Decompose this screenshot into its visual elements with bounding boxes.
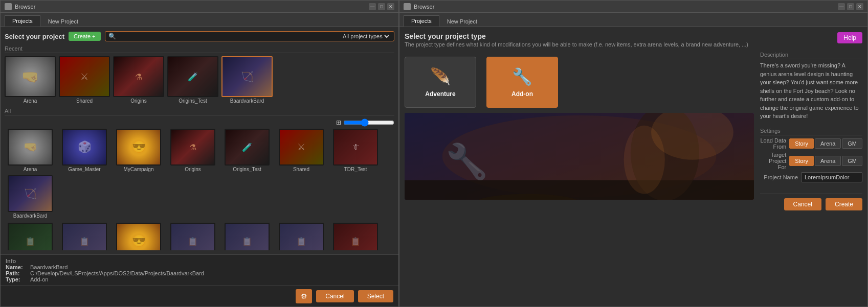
recent-tile-baardvark-label: BaardvarkBard bbox=[230, 98, 264, 104]
svg-rect-2 bbox=[405, 180, 754, 200]
all-tile-origins2-label: Origins bbox=[185, 167, 201, 172]
recent-tile-shared-label: Shared bbox=[76, 98, 93, 104]
type-tile-addon[interactable]: 🔧 Add-on bbox=[486, 57, 558, 108]
left-app-icon bbox=[5, 3, 12, 10]
preview-svg: 🔧 bbox=[405, 113, 754, 200]
all-tile-myaddon[interactable]: 😎 MyAddon bbox=[113, 223, 164, 250]
size-slider[interactable] bbox=[343, 119, 394, 127]
search-icon: 🔍 bbox=[108, 33, 116, 40]
right-header-text: Select your project type The project typ… bbox=[405, 32, 748, 48]
load-gm-button[interactable]: GM bbox=[842, 138, 862, 149]
create-button[interactable]: Create + bbox=[69, 32, 101, 41]
left-select-button[interactable]: Select bbox=[358, 290, 393, 302]
all-tile-story-gm[interactable]: 📋 Story_To_GM bbox=[221, 223, 273, 250]
left-content: Select your project Create + 🔍 All proje… bbox=[1, 27, 398, 254]
all-projects-row2: 📋 FiveSwords 📋 FiveSwordsAndOn bbox=[5, 223, 394, 250]
load-data-label: Load Data From bbox=[760, 137, 786, 150]
path-label: Path: bbox=[6, 270, 27, 276]
storytogm-thumb: 📋 bbox=[280, 223, 323, 250]
right-title-bar: Browser — □ ✕ bbox=[399, 1, 867, 13]
info-path-row: Path: C:/Develop/Dev/LSProjects/Apps/DOS… bbox=[6, 270, 393, 276]
right-minimize-button[interactable]: — bbox=[838, 3, 845, 10]
all-tile-storytogm[interactable]: 📋 StoryToGM bbox=[276, 223, 327, 250]
recent-tile-arena[interactable]: 🤜 Arena bbox=[5, 56, 56, 104]
help-button[interactable]: Help bbox=[837, 32, 862, 43]
close-button[interactable]: ✕ bbox=[387, 3, 394, 10]
minimize-button[interactable]: — bbox=[369, 3, 376, 10]
right-body: 🪶 Adventure 🔧 Add-on bbox=[405, 52, 862, 301]
all-tile-gm[interactable]: 🎲 Game_Master bbox=[59, 129, 110, 172]
left-title-bar: Browser — □ ✕ bbox=[1, 1, 398, 13]
path-value: C:/Develop/Dev/LSProjects/Apps/DOS2/Data… bbox=[30, 270, 204, 276]
right-subtitle: The project type defines what kind of mo… bbox=[405, 41, 748, 48]
recent-tile-baardvark[interactable]: 🏹 BaardvarkBard bbox=[221, 56, 273, 104]
target-gm-button[interactable]: GM bbox=[842, 156, 862, 166]
type-tile-adventure[interactable]: 🪶 Adventure bbox=[405, 57, 476, 108]
all-tile-origins-test2[interactable]: 🧪 Origins_Test bbox=[221, 129, 273, 172]
all-tile-pbr[interactable]: 📋 PBR_Tacklist bbox=[167, 223, 218, 250]
all-tile-arena[interactable]: 🤜 Arena bbox=[5, 129, 56, 172]
recent-tile-shared[interactable]: ⚔ Shared bbox=[59, 56, 110, 104]
info-type-row: Type: Add-on bbox=[6, 276, 393, 282]
origins2-thumb: ⚗ bbox=[171, 129, 214, 166]
fiveswords-thumb: 📋 bbox=[9, 223, 52, 250]
left-title-text: Browser bbox=[15, 4, 369, 10]
right-sidebar: Description There's a sword you're missi… bbox=[760, 52, 862, 301]
left-header: Select your project Create + 🔍 All proje… bbox=[5, 31, 394, 41]
project-name-input[interactable] bbox=[801, 172, 862, 182]
tab-new-project-right[interactable]: New Project bbox=[439, 16, 485, 27]
maximize-button[interactable]: □ bbox=[378, 3, 385, 10]
recent-tile-origins-test[interactable]: 🧪 Origins_Test bbox=[167, 56, 218, 104]
target-story-button[interactable]: Story bbox=[789, 156, 814, 166]
all-tile-fiveswordsandon[interactable]: 📋 FiveSwordsAndOn bbox=[59, 223, 110, 250]
right-close-button[interactable]: ✕ bbox=[856, 3, 863, 10]
all-tile-fiveswords[interactable]: 📋 FiveSwords bbox=[5, 223, 56, 250]
recent-tile-arena-label: Arena bbox=[24, 98, 37, 104]
baardvark2-thumb: 🏹 bbox=[9, 175, 52, 212]
gm-thumb: 🎲 bbox=[63, 129, 106, 166]
all-tile-trailer[interactable]: 📋 Trailer bbox=[330, 223, 381, 250]
all-tile-tdr[interactable]: 🗡 TDR_Test bbox=[330, 129, 381, 172]
all-tile-gm-label: Game_Master bbox=[68, 167, 100, 172]
myaddon-thumb: 😎 bbox=[117, 223, 160, 250]
load-data-buttons: Story Arena GM bbox=[789, 138, 862, 149]
right-header: Select your project type The project typ… bbox=[405, 32, 862, 48]
tab-projects-left[interactable]: Projects bbox=[5, 15, 40, 27]
load-arena-button[interactable]: Arena bbox=[815, 138, 841, 149]
right-cancel-button[interactable]: Cancel bbox=[784, 198, 821, 210]
target-arena-button[interactable]: Arena bbox=[815, 156, 841, 166]
recent-tile-origins[interactable]: ⚗ Origins bbox=[113, 56, 164, 104]
shared2-thumb: ⚔ bbox=[280, 129, 323, 166]
all-tile-mycampaign-label: MyCampaign bbox=[124, 167, 154, 172]
right-tab-bar: Projects New Project bbox=[399, 13, 867, 27]
load-story-button[interactable]: Story bbox=[789, 138, 814, 149]
all-tile-baardvark2-label: BaardvarkBard bbox=[13, 213, 48, 219]
all-tile-baardvark2[interactable]: 🏹 BaardvarkBard bbox=[5, 175, 56, 219]
all-tile-mycampaign[interactable]: 😎 MyCampaign bbox=[113, 129, 164, 172]
gear-button[interactable]: ⚙ bbox=[296, 289, 312, 303]
tab-projects-right[interactable]: Projects bbox=[404, 15, 439, 27]
type-tiles: 🪶 Adventure 🔧 Add-on bbox=[405, 57, 754, 108]
slider-row: ⊞ bbox=[5, 119, 394, 127]
all-tile-shared2[interactable]: ⚔ Shared bbox=[276, 129, 327, 172]
right-app-icon bbox=[404, 3, 411, 10]
right-maximize-button[interactable]: □ bbox=[847, 3, 854, 10]
all-tile-tdr-label: TDR_Test bbox=[344, 167, 367, 172]
origins-test-thumb: 🧪 bbox=[168, 57, 217, 96]
right-bottom-buttons: Cancel Create bbox=[760, 194, 862, 210]
search-bar: 🔍 All project types bbox=[105, 31, 394, 41]
left-cancel-button[interactable]: Cancel bbox=[316, 290, 353, 302]
baardvark-thumb: 🏹 bbox=[222, 57, 272, 96]
target-project-label: Target Project For bbox=[760, 152, 786, 170]
filter-dropdown[interactable]: All project types bbox=[341, 33, 391, 40]
right-content: Select your project type The project typ… bbox=[399, 27, 867, 306]
all-tile-origins2[interactable]: ⚗ Origins bbox=[167, 129, 218, 172]
origins-thumb: ⚗ bbox=[114, 57, 163, 96]
addon-label: Add-on bbox=[511, 90, 533, 98]
info-name-row: Name: BaardvarkBard bbox=[6, 264, 393, 270]
all-tile-arena-label: Arena bbox=[24, 167, 37, 172]
right-create-button[interactable]: Create bbox=[826, 198, 862, 210]
search-input[interactable] bbox=[118, 33, 339, 39]
tab-new-project-left[interactable]: New Project bbox=[40, 16, 86, 27]
right-window-controls: — □ ✕ bbox=[838, 3, 863, 10]
